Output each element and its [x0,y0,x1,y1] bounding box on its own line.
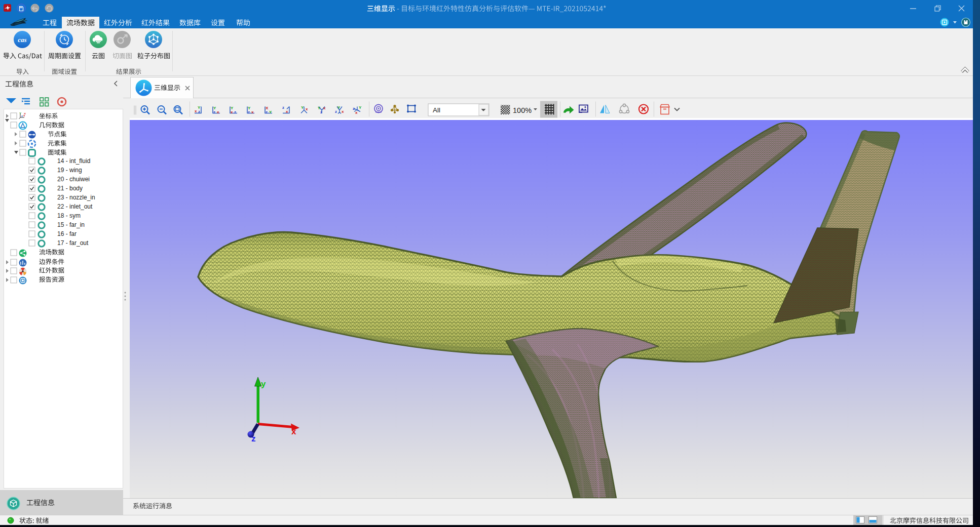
svg-text:x: x [286,109,288,114]
svg-text:Y: Y [359,105,362,110]
svg-text:x: x [217,110,219,114]
svg-text:x: x [231,110,233,114]
svg-text:x: x [355,110,358,115]
svg-text:Y: Y [337,105,341,110]
svg-text:x: x [251,110,254,114]
svg-text:z: z [266,110,268,114]
svg-text:x: x [306,107,308,111]
svg-text:z: z [353,106,355,111]
svg-text:z: z [335,109,337,114]
svg-text:cas: cas [18,36,26,44]
svg-text:y: y [261,379,266,389]
svg-text:All: All [433,106,440,114]
svg-text:z: z [21,114,23,117]
svg-text:100%: 100% [513,106,532,114]
svg-text:Y: Y [269,110,272,114]
svg-text:x: x [342,109,344,114]
svg-text:x: x [291,427,296,436]
svg-text:z: z [248,110,250,114]
svg-text:z: z [251,434,256,443]
svg-text:x: x [323,106,326,110]
svg-text:x: x [195,109,197,113]
svg-text:z: z [213,110,215,114]
svg-text:z: z [234,110,236,114]
svg-text:z: z [320,110,322,114]
svg-text:z: z [282,105,284,110]
svg-text:Y: Y [301,105,304,110]
